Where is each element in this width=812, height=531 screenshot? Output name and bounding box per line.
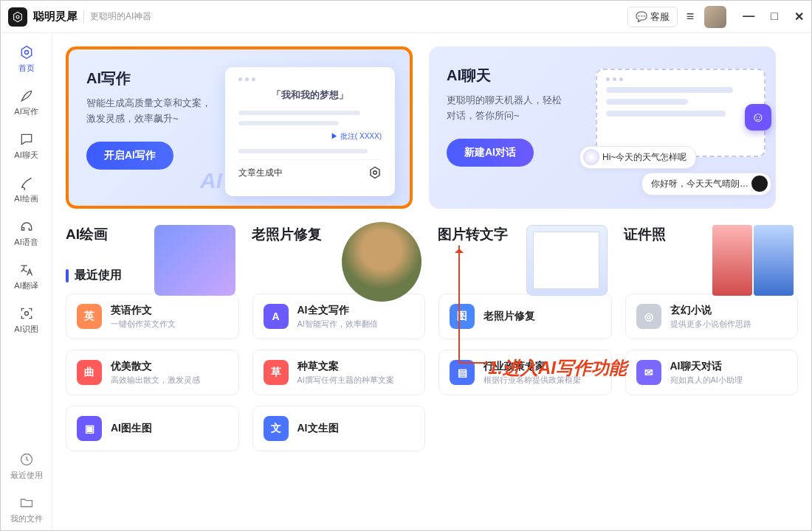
app-name: 聪明灵犀: [33, 10, 78, 24]
annotation-arrow: [458, 362, 488, 364]
sample-bubble-in: Hi~今天的天气怎样呢: [579, 146, 696, 169]
minimize-button[interactable]: —: [743, 10, 754, 24]
svg-point-2: [24, 312, 28, 316]
sidebar-item-label: 我的文件: [10, 513, 43, 524]
recent-card[interactable]: ▤行业政策专家根据行业名称提供政策框架: [438, 350, 612, 395]
sidebar-item-files[interactable]: 我的文件: [10, 488, 43, 531]
start-writing-button[interactable]: 开启AI写作: [86, 142, 173, 170]
sidebar-item-home[interactable]: 首页: [1, 38, 52, 81]
recent-title: 优美散文: [111, 360, 200, 373]
recent-sub: AI撰写任何主题的种草文案: [297, 375, 394, 386]
doc-title: 「我和我的梦想」: [238, 88, 382, 102]
recent-icon: 图: [450, 304, 475, 329]
avatar-icon: [583, 149, 599, 165]
chat-bubble-icon: 💬: [636, 11, 647, 22]
sidebar-item-recent[interactable]: 最近使用: [10, 445, 43, 488]
recent-sub: 根据行业名称提供政策框架: [484, 375, 581, 386]
recent-title: 英语作文: [111, 304, 176, 317]
recent-icon: 文: [264, 416, 289, 441]
sidebar-item-label: AI识图: [14, 324, 38, 335]
recent-sub: 宛如真人的AI小助理: [670, 375, 743, 386]
customer-service-button[interactable]: 💬 客服: [627, 7, 678, 27]
translate-icon: [18, 261, 35, 279]
menu-icon[interactable]: ≡: [687, 9, 695, 24]
recent-sub: 提供更多小说创作思路: [670, 319, 751, 330]
tile-paint[interactable]: AI绘画: [66, 225, 235, 250]
hero-card-chat[interactable]: AI聊天 更聪明的聊天机器人，轻松 对话，答你所问~ 新建AI对话 ☺ Hi~今…: [429, 46, 776, 209]
new-chat-button[interactable]: 新建AI对话: [447, 139, 534, 167]
svg-point-0: [16, 15, 19, 18]
tile-idphoto[interactable]: 证件照: [624, 225, 794, 250]
svg-point-4: [374, 171, 377, 175]
recent-card[interactable]: ✉AI聊天对话宛如真人的AI小助理: [625, 350, 799, 395]
sidebar-item-translate[interactable]: AI翻译: [1, 255, 52, 299]
recent-card[interactable]: 草种草文案AI撰写任何主题的种草文案: [252, 350, 426, 395]
main-panel: AI写作 智能生成高质量文章和文案， 激发灵感，效率飙升~ 开启AI写作 AI …: [52, 33, 811, 531]
paint-thumb: [154, 225, 235, 296]
annotation-arrow: [458, 246, 460, 362]
sidebar-item-label: AI聊天: [14, 150, 38, 161]
hero-chat-desc: 更聪明的聊天机器人，轻松 对话，答你所问~: [447, 93, 587, 124]
recent-card[interactable]: AAI全文写作AI智能写作，效率翻倍: [252, 294, 426, 339]
sidebar-item-label: AI语音: [14, 237, 38, 248]
recent-title: 老照片修复: [484, 310, 535, 323]
recent-card[interactable]: ◎玄幻小说提供更多小说创作思路: [625, 294, 799, 339]
recent-grid: 英英语作文一键创作英文作文AAI全文写作AI智能写作，效率翻倍图老照片修复◎玄幻…: [66, 294, 798, 451]
chat-smiley-icon: ☺: [745, 104, 771, 131]
clock-icon: [18, 451, 35, 468]
recent-sub: AI智能写作，效率翻倍: [297, 319, 378, 330]
sidebar-item-writing[interactable]: AI写作: [1, 81, 52, 125]
recent-icon: ▤: [450, 360, 475, 385]
oldphoto-thumb: [342, 222, 422, 302]
recent-card[interactable]: ▣AI图生图: [66, 406, 239, 451]
recent-sub: 高效输出散文，激发灵感: [111, 375, 200, 386]
close-button[interactable]: ✕: [794, 10, 804, 24]
hero-card-writing[interactable]: AI写作 智能生成高质量文章和文案， 激发灵感，效率飙升~ 开启AI写作 AI …: [66, 46, 413, 209]
maximize-button[interactable]: □: [771, 10, 778, 24]
feather-icon: [18, 87, 35, 105]
doc-note: ▶ 批注( XXXX): [238, 131, 382, 142]
titlebar: 聪明灵犀 更聪明的AI神器 💬 客服 ≡ — □ ✕: [1, 1, 811, 33]
user-avatar[interactable]: [704, 6, 726, 28]
recent-icon: 草: [264, 360, 289, 385]
recent-title: 种草文案: [297, 360, 394, 373]
recent-icon: A: [264, 304, 289, 329]
hero-writing-desc: 智能生成高质量文章和文案， 激发灵感，效率飙升~: [86, 96, 227, 127]
recent-card[interactable]: 英英语作文一键创作英文作文: [66, 294, 239, 339]
sidebar-item-ocr[interactable]: AI识图: [1, 299, 52, 342]
sidebar: 首页 AI写作 AI聊天 AI绘画 AI语音 AI翻译 AI识图: [1, 33, 52, 531]
recent-card[interactable]: 曲优美散文高效输出散文，激发灵感: [66, 350, 239, 395]
recent-sub: 一键创作英文作文: [111, 319, 176, 330]
brush-icon: [18, 174, 35, 192]
sidebar-item-chat[interactable]: AI聊天: [1, 125, 52, 168]
chat-preview-panel: ☺ Hi~今天的天气怎样呢 你好呀，今天天气晴朗…: [596, 69, 765, 194]
sidebar-item-paint[interactable]: AI绘画: [1, 168, 52, 212]
folder-icon: [18, 494, 35, 512]
sidebar-item-label: 最近使用: [10, 470, 43, 481]
recent-card[interactable]: 文AI文生图: [252, 406, 426, 451]
app-logo-icon: [8, 7, 27, 27]
recent-title: AI全文写作: [297, 304, 378, 317]
scan-icon: [18, 305, 35, 322]
sidebar-item-label: 首页: [18, 63, 35, 74]
sidebar-item-voice[interactable]: AI语音: [1, 212, 52, 255]
doc-status: 文章生成中: [238, 167, 283, 179]
recent-title: 行业政策专家: [484, 360, 581, 373]
recent-title: AI聊天对话: [670, 360, 743, 373]
recent-icon: ▣: [77, 416, 102, 441]
recent-icon: ◎: [636, 304, 661, 329]
app-subtitle: 更聪明的AI神器: [83, 10, 151, 23]
recent-card[interactable]: 图老照片修复: [438, 294, 612, 339]
sidebar-item-label: AI翻译: [14, 280, 38, 291]
chat-icon: [18, 131, 35, 148]
recent-title: AI图生图: [111, 422, 152, 435]
sample-bubble-out: 你好呀，今天天气晴朗…: [641, 173, 771, 195]
recent-title: AI文生图: [297, 422, 339, 435]
recent-title: 玄幻小说: [670, 304, 751, 317]
sidebar-item-label: AI写作: [14, 106, 38, 117]
writing-preview-panel: AI 「我和我的梦想」 ▶ 批注( XXXX) 文章生成中: [225, 67, 395, 196]
tile-oldphoto[interactable]: 老照片修复: [252, 225, 422, 250]
hex-icon: [368, 166, 382, 179]
home-icon: [18, 44, 35, 61]
svg-point-1: [24, 51, 28, 55]
